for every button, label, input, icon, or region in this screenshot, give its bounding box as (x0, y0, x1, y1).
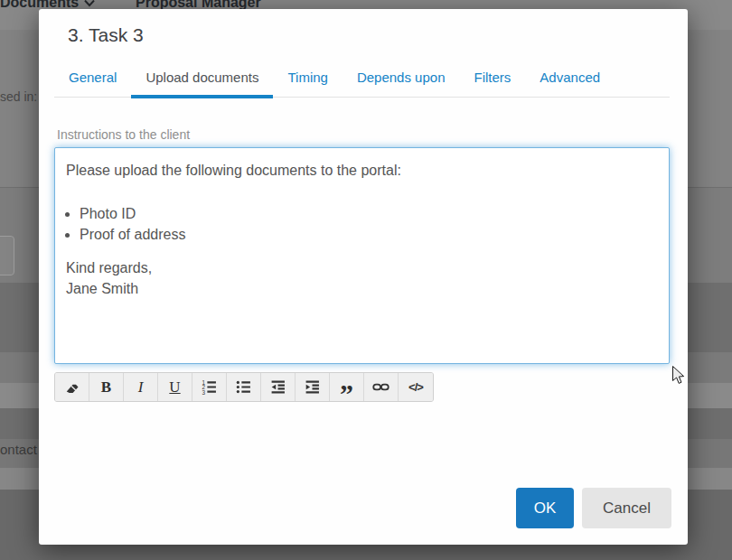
editor-closing-line1: Kind regards, (66, 260, 152, 275)
background-button (0, 236, 14, 275)
editor-bullet-list: Photo IDProof of address (66, 203, 658, 245)
tab-filters[interactable]: Filters (460, 60, 526, 97)
italic-icon: I (138, 379, 144, 395)
eraser-icon (64, 379, 80, 395)
link-icon (372, 379, 389, 395)
svg-text:3: 3 (202, 389, 206, 395)
bold-button[interactable]: B (89, 373, 124, 401)
ok-button[interactable]: OK (516, 488, 574, 528)
italic-button[interactable]: I (124, 373, 158, 401)
tab-bar: GeneralUpload documentsTimingDepends upo… (54, 60, 670, 98)
used-in-label: sed in: (0, 89, 37, 104)
bold-icon: B (101, 379, 111, 395)
ordered-list-button[interactable]: 123 (192, 373, 227, 401)
underline-button[interactable]: U (158, 373, 192, 401)
tab-depends-upon[interactable]: Depends upon (343, 60, 460, 97)
link-button[interactable] (364, 373, 399, 401)
tab-upload-documents[interactable]: Upload documents (131, 60, 273, 97)
editor-paragraph: Please upload the following documents to… (66, 160, 658, 181)
bullet-item: Photo ID (80, 203, 658, 224)
ordered-list-icon: 123 (202, 379, 217, 395)
task-dialog: 3. Task 3 GeneralUpload documentsTimingD… (39, 9, 688, 545)
tab-advanced[interactable]: Advanced (525, 60, 615, 97)
chevron-down-icon (84, 0, 95, 7)
code-icon: </> (408, 381, 423, 393)
quote-icon: ” (340, 388, 353, 399)
instructions-editor[interactable]: Please upload the following documents to… (54, 147, 670, 364)
bullet-list-button[interactable] (227, 373, 261, 401)
tab-timing[interactable]: Timing (273, 60, 342, 97)
instructions-label: Instructions to the client (57, 127, 670, 142)
editor-toolbar: BIU123”</> (54, 372, 434, 402)
tab-general[interactable]: General (54, 60, 131, 97)
dialog-footer: OK Cancel (516, 488, 671, 528)
editor-closing-line2: Jane Smith (66, 281, 138, 296)
remove-format-button[interactable] (55, 373, 89, 401)
underline-icon: U (169, 379, 180, 395)
indent-icon (305, 379, 320, 395)
editor-closing: Kind regards, Jane Smith (66, 257, 658, 299)
blockquote-button[interactable]: ” (330, 373, 364, 401)
contact-label: ontact (0, 442, 37, 457)
code-button[interactable]: </> (399, 373, 433, 401)
bullet-list-icon (236, 379, 251, 395)
outdent-button[interactable] (261, 373, 296, 401)
bullet-item: Proof of address (80, 224, 658, 245)
screen: Documents Proposal Manager sed in: ontac… (0, 0, 732, 560)
indent-button[interactable] (296, 373, 330, 401)
cancel-button[interactable]: Cancel (582, 488, 671, 528)
outdent-icon (270, 379, 286, 395)
dialog-title: 3. Task 3 (68, 24, 670, 46)
